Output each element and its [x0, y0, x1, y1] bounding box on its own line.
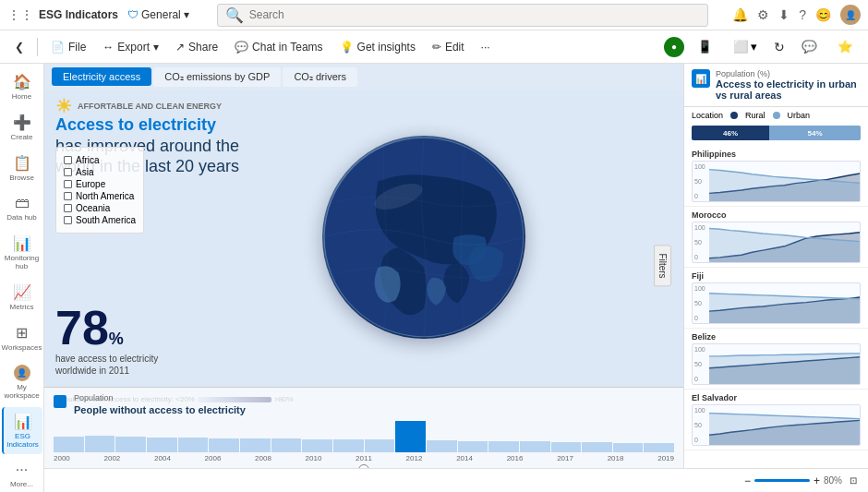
- help-icon[interactable]: ?: [799, 7, 806, 22]
- search-input[interactable]: [249, 8, 700, 21]
- sidebar-item-browse[interactable]: 📋 Browse: [2, 149, 42, 187]
- workspace-selector[interactable]: 🛡 General ▾: [124, 6, 193, 23]
- chart-title: People without access to electricity: [74, 404, 246, 415]
- chart-label: Population: [74, 393, 246, 402]
- monitoring-icon: 📊: [13, 234, 31, 252]
- tab-electricity[interactable]: Electricity access: [52, 67, 151, 86]
- comment-icon: 💬: [802, 40, 817, 54]
- bookmark-btn[interactable]: ⭐: [830, 37, 861, 56]
- more-icon: ···: [16, 462, 28, 478]
- chat-icon: 💬: [235, 41, 248, 54]
- chart-color-indicator: [54, 395, 66, 408]
- progress-urban: 54%: [769, 126, 861, 140]
- esg-icon: 📊: [14, 413, 32, 430]
- home-icon: 🏠: [13, 73, 31, 90]
- country-chart-item: Philippines100500: [684, 146, 868, 207]
- notification-icon[interactable]: 🔔: [732, 7, 748, 22]
- sidebar-item-label: ESG Indicators: [6, 432, 39, 449]
- svg-marker-7: [709, 228, 860, 262]
- file-label: File: [68, 41, 86, 54]
- export-btn[interactable]: ↔ Export ▾: [95, 37, 166, 57]
- bar-item: [458, 441, 488, 452]
- zoom-slider[interactable]: [754, 479, 810, 482]
- sidebar-item-more[interactable]: ··· More...: [2, 456, 42, 492]
- stat-desc1: have access to electricity: [55, 354, 158, 364]
- download-icon[interactable]: ⬇: [778, 7, 790, 22]
- checkbox-europe[interactable]: [64, 180, 72, 188]
- avatar[interactable]: 👤: [840, 5, 861, 25]
- separator: [37, 38, 38, 56]
- more-options-btn[interactable]: ···: [474, 37, 498, 57]
- country-name: Belize: [692, 332, 861, 342]
- sidebar-item-metrics[interactable]: 📈 Metrics: [2, 278, 42, 317]
- fit-page-btn[interactable]: ⊡: [846, 474, 861, 487]
- zoom-control: − + 80% ⊡: [744, 474, 861, 487]
- sidebar-item-label: Home: [12, 92, 31, 101]
- checkbox-southamerica[interactable]: [64, 216, 72, 224]
- layout-view-btn[interactable]: ⬜ ▾: [726, 37, 765, 56]
- status-indicator: ●: [664, 37, 684, 57]
- mini-chart: 100500: [692, 161, 861, 202]
- search-bar[interactable]: 🔍: [217, 4, 708, 27]
- app-title: ESG Indicators: [39, 8, 118, 21]
- filters-tab[interactable]: Filters: [654, 245, 671, 286]
- collapse-sidebar-btn[interactable]: ❮: [7, 37, 31, 57]
- checkbox-northamerica[interactable]: [64, 192, 72, 200]
- sidebar-item-label: Data hub: [6, 213, 36, 222]
- stat-percent: %: [109, 330, 124, 348]
- legend-northamerica: North America: [64, 191, 136, 201]
- comment-btn[interactable]: 💬: [794, 37, 825, 56]
- rp-title: Access to electricity in urban vs rural …: [716, 78, 861, 101]
- tab-co2drivers[interactable]: CO₂ drivers: [283, 67, 357, 87]
- feedback-icon[interactable]: 😊: [815, 7, 831, 22]
- create-icon: ➕: [13, 114, 31, 131]
- topbar-left: ⋮⋮ ESG Indicators 🛡 General ▾: [7, 6, 193, 23]
- stat-block: 78% have access to electricity worldwide…: [55, 304, 158, 376]
- bar-item: [520, 441, 550, 452]
- apps-icon[interactable]: ⋮⋮: [7, 7, 33, 22]
- chat-btn[interactable]: 💬 Chat in Teams: [227, 37, 330, 57]
- sidebar-item-workspaces[interactable]: ⊞ Workspaces: [2, 318, 42, 357]
- export-chevron: ▾: [153, 41, 159, 54]
- mini-chart: 100500: [692, 404, 861, 446]
- globe-container: [174, 90, 674, 385]
- sidebar-item-label: More...: [10, 480, 33, 488]
- sidebar-item-create[interactable]: ➕ Create: [2, 108, 42, 147]
- share-btn[interactable]: ↗ Share: [168, 37, 225, 57]
- checkbox-africa[interactable]: [64, 156, 72, 164]
- zoom-out-btn[interactable]: −: [744, 474, 751, 487]
- scroll-indicator: [358, 464, 369, 468]
- refresh-btn[interactable]: ↻: [770, 36, 789, 58]
- sidebar-item-home[interactable]: 🏠 Home: [2, 67, 42, 106]
- topbar-right: 🔔 ⚙ ⬇ ? 😊 👤: [732, 5, 861, 25]
- file-menu-btn[interactable]: 📄 File: [43, 37, 93, 57]
- sidebar-item-label: Browse: [9, 174, 34, 182]
- rp-charts[interactable]: Philippines100500Morocco100500Fiji100500…: [684, 144, 868, 468]
- sidebar-item-monitoring[interactable]: 📊 Monitoring hub: [2, 229, 42, 276]
- bar-item: [333, 439, 364, 452]
- sidebar-item-myworkspace[interactable]: 👤 My workspace: [2, 359, 42, 405]
- bar-item: [427, 440, 457, 452]
- bar-item: [551, 442, 582, 452]
- zoom-in-btn[interactable]: +: [814, 474, 820, 487]
- mini-chart: 100500: [692, 222, 861, 263]
- globe-visualization: [322, 136, 525, 339]
- sidebar-item-datahub[interactable]: 🗃 Data hub: [2, 189, 42, 227]
- bar-item: [365, 439, 395, 452]
- workspaces-icon: ⊞: [16, 324, 28, 342]
- stat-desc2: worldwide in 2011: [55, 366, 158, 376]
- settings-icon[interactable]: ⚙: [757, 7, 769, 22]
- bookmark-icon: ⭐: [838, 40, 853, 54]
- legend-label: Africa: [76, 155, 100, 165]
- insights-btn[interactable]: 💡 Get insights: [332, 37, 423, 57]
- myworkspace-icon: 👤: [14, 365, 30, 381]
- checkbox-oceania[interactable]: [64, 204, 72, 212]
- bar-item: [488, 441, 519, 452]
- sidebar-item-label: Monitoring hub: [5, 254, 39, 270]
- checkbox-asia[interactable]: [64, 168, 72, 176]
- svg-marker-11: [709, 354, 860, 384]
- edit-btn[interactable]: ✏ Edit: [425, 37, 472, 57]
- mobile-view-btn[interactable]: 📱: [690, 37, 720, 56]
- tab-co2gdp[interactable]: CO₂ emissions by GDP: [153, 67, 281, 87]
- sidebar-item-esg[interactable]: 📊 ESG Indicators: [2, 407, 42, 454]
